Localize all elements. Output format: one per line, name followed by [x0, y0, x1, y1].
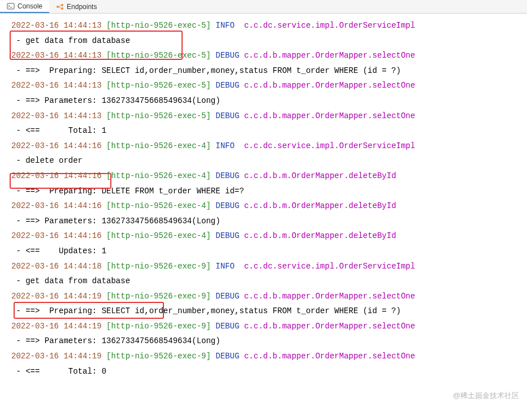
- log-logger: c.c.dc.service.impl.OrderServiceImpl: [239, 141, 415, 150]
- log-timestamp: 2022-03-16 14:44:13: [11, 51, 102, 60]
- log-line: 2022-03-16 14:44:13 [http-nio-9526-exec-…: [11, 78, 525, 93]
- log-line: - delete order: [11, 153, 525, 168]
- log-level: DEBUG: [215, 111, 239, 120]
- log-message: - <== Total: 0: [11, 367, 106, 376]
- log-thread: [http-nio-9526-exec-4]: [102, 231, 216, 240]
- log-thread: [http-nio-9526-exec-5]: [102, 111, 216, 120]
- log-line: - <== Total: 1: [11, 123, 525, 138]
- tab-console[interactable]: Console: [0, 1, 49, 13]
- log-logger: c.c.d.b.mapper.OrderMapper.selectOne: [239, 352, 415, 361]
- log-line: - ==> Preparing: SELECT id,order_number,…: [11, 63, 525, 79]
- log-line: 2022-03-16 14:44:13 [http-nio-9526-exec-…: [11, 18, 525, 33]
- log-line: - <== Total: 0: [11, 364, 525, 379]
- log-line: 2022-03-16 14:44:16 [http-nio-9526-exec-…: [11, 138, 525, 154]
- svg-point-3: [61, 4, 63, 6]
- svg-point-2: [57, 6, 59, 8]
- log-message: - ==> Parameters: 1362733475668549634(Lo…: [11, 336, 221, 345]
- log-logger: c.c.d.b.mapper.OrderMapper.selectOne: [239, 111, 415, 120]
- log-timestamp: 2022-03-16 14:44:19: [11, 352, 102, 361]
- log-timestamp: 2022-03-16 14:44:18: [11, 262, 102, 271]
- log-line: 2022-03-16 14:44:19 [http-nio-9526-exec-…: [11, 319, 525, 334]
- log-logger: c.c.d.b.m.OrderMapper.deleteById: [239, 201, 396, 210]
- log-timestamp: 2022-03-16 14:44:13: [11, 21, 102, 30]
- log-line: - ==> Parameters: 1362733475668549634(Lo…: [11, 214, 525, 229]
- log-message: - <== Total: 1: [11, 126, 106, 135]
- log-level: INFO: [215, 141, 239, 150]
- log-logger: c.c.dc.service.impl.OrderServiceImpl: [239, 262, 415, 271]
- log-logger: c.c.d.b.m.OrderMapper.deleteById: [239, 231, 396, 240]
- log-thread: [http-nio-9526-exec-9]: [102, 352, 216, 361]
- log-level: INFO: [215, 21, 239, 30]
- log-timestamp: 2022-03-16 14:44:16: [11, 231, 102, 240]
- tab-endpoints[interactable]: Endpoints: [49, 1, 103, 12]
- tab-bar: Console Endpoints: [0, 0, 527, 14]
- log-thread: [http-nio-9526-exec-9]: [102, 292, 216, 301]
- log-level: DEBUG: [215, 51, 239, 60]
- log-level: DEBUG: [215, 81, 239, 90]
- log-logger: c.c.d.b.m.OrderMapper.deleteById: [239, 171, 396, 180]
- log-thread: [http-nio-9526-exec-4]: [102, 171, 216, 180]
- log-level: DEBUG: [215, 292, 239, 301]
- log-thread: [http-nio-9526-exec-5]: [102, 51, 216, 60]
- log-line: - get data from database: [11, 274, 525, 289]
- log-line: 2022-03-16 14:44:13 [http-nio-9526-exec-…: [11, 109, 525, 124]
- svg-rect-0: [7, 3, 14, 9]
- log-timestamp: 2022-03-16 14:44:16: [11, 171, 102, 180]
- log-logger: c.c.d.b.mapper.OrderMapper.selectOne: [239, 51, 415, 60]
- log-line: - ==> Preparing: SELECT id,order_number,…: [11, 304, 525, 319]
- tab-console-label: Console: [18, 2, 42, 10]
- log-thread: [http-nio-9526-exec-4]: [102, 141, 216, 150]
- log-line: 2022-03-16 14:44:13 [http-nio-9526-exec-…: [11, 48, 525, 63]
- log-timestamp: 2022-03-16 14:44:19: [11, 292, 102, 301]
- log-line: 2022-03-16 14:44:18 [http-nio-9526-exec-…: [11, 259, 525, 274]
- log-timestamp: 2022-03-16 14:44:13: [11, 111, 102, 120]
- log-line: - get data from database: [11, 33, 525, 49]
- log-message: - ==> Preparing: DELETE FROM t_order WHE…: [11, 187, 244, 196]
- log-message: - ==> Parameters: 1362733475668549634(Lo…: [11, 96, 221, 105]
- console-icon: [7, 2, 15, 10]
- log-message: - ==> Parameters: 1362733475668549634(Lo…: [11, 217, 221, 226]
- svg-line-6: [59, 7, 61, 8]
- log-thread: [http-nio-9526-exec-5]: [102, 21, 216, 30]
- console-output: 2022-03-16 14:44:13 [http-nio-9526-exec-…: [0, 14, 527, 381]
- log-level: DEBUG: [215, 231, 239, 240]
- log-thread: [http-nio-9526-exec-9]: [102, 262, 216, 271]
- log-level: DEBUG: [215, 352, 239, 361]
- log-level: DEBUG: [215, 322, 239, 331]
- tab-endpoints-label: Endpoints: [67, 3, 97, 11]
- log-logger: c.c.dc.service.impl.OrderServiceImpl: [239, 21, 415, 30]
- log-line: 2022-03-16 14:44:19 [http-nio-9526-exec-…: [11, 289, 525, 304]
- log-thread: [http-nio-9526-exec-4]: [102, 201, 216, 210]
- log-line: 2022-03-16 14:44:19 [http-nio-9526-exec-…: [11, 349, 525, 364]
- log-timestamp: 2022-03-16 14:44:16: [11, 201, 102, 210]
- log-line: 2022-03-16 14:44:16 [http-nio-9526-exec-…: [11, 198, 525, 214]
- log-level: DEBUG: [215, 201, 239, 210]
- log-level: INFO: [215, 262, 239, 271]
- log-message: - delete order: [11, 156, 83, 165]
- log-timestamp: 2022-03-16 14:44:19: [11, 322, 102, 331]
- log-logger: c.c.d.b.mapper.OrderMapper.selectOne: [239, 81, 415, 90]
- log-message: - get data from database: [11, 36, 130, 45]
- log-message: - get data from database: [11, 276, 130, 285]
- log-message: - ==> Preparing: SELECT id,order_number,…: [11, 306, 401, 315]
- log-line: 2022-03-16 14:44:16 [http-nio-9526-exec-…: [11, 168, 525, 184]
- log-line: - ==> Parameters: 1362733475668549634(Lo…: [11, 93, 525, 109]
- endpoints-icon: [56, 3, 64, 11]
- log-thread: [http-nio-9526-exec-5]: [102, 81, 216, 90]
- log-line: - <== Updates: 1: [11, 244, 525, 259]
- log-line: - ==> Parameters: 1362733475668549634(Lo…: [11, 334, 525, 349]
- log-message: - <== Updates: 1: [11, 246, 106, 256]
- log-line: 2022-03-16 14:44:16 [http-nio-9526-exec-…: [11, 228, 525, 244]
- svg-point-4: [61, 7, 63, 10]
- log-line: - ==> Preparing: DELETE FROM t_order WHE…: [11, 184, 525, 199]
- log-logger: c.c.d.b.mapper.OrderMapper.selectOne: [239, 292, 415, 301]
- log-timestamp: 2022-03-16 14:44:16: [11, 141, 102, 150]
- log-timestamp: 2022-03-16 14:44:13: [11, 81, 102, 90]
- watermark: @稀土掘金技术社区: [453, 391, 519, 401]
- log-thread: [http-nio-9526-exec-9]: [102, 322, 216, 331]
- log-logger: c.c.d.b.mapper.OrderMapper.selectOne: [239, 322, 415, 331]
- svg-line-5: [59, 5, 61, 7]
- log-message: - ==> Preparing: SELECT id,order_number,…: [11, 66, 401, 75]
- log-level: DEBUG: [215, 171, 239, 180]
